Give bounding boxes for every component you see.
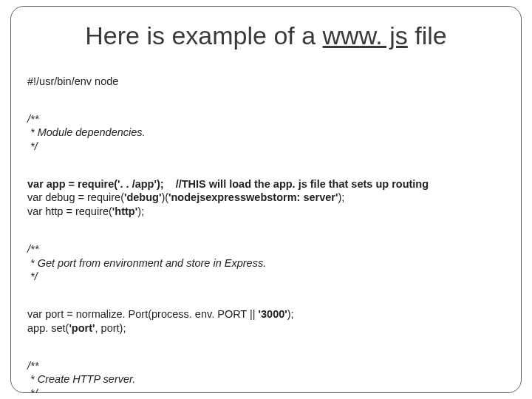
code-line: */ bbox=[27, 387, 38, 393]
title-post: file bbox=[408, 21, 447, 50]
blank-line bbox=[27, 284, 505, 294]
blank-line bbox=[27, 335, 505, 345]
title-link: www. js bbox=[323, 21, 408, 50]
code-line: #!/usr/bin/env node bbox=[27, 75, 118, 87]
code-line: * Create HTTP server. bbox=[27, 373, 135, 385]
code-line: var port = normalize. Port(process. env.… bbox=[27, 308, 294, 320]
code-line: /** bbox=[27, 243, 38, 255]
code-line: app. set('port', port); bbox=[27, 322, 126, 334]
slide: Here is example of a www. js file #!/usr… bbox=[0, 0, 532, 399]
slide-title: Here is example of a www. js file bbox=[27, 21, 505, 50]
title-pre: Here is example of a bbox=[85, 21, 322, 50]
blank-line bbox=[27, 88, 505, 98]
code-line: * Get port from environment and store in… bbox=[27, 257, 266, 269]
code-line: * Module dependencies. bbox=[27, 126, 146, 138]
code-line: */ bbox=[27, 140, 38, 152]
code-line: /** bbox=[27, 113, 38, 125]
code-line: var app = require('. . /app'); bbox=[27, 178, 164, 190]
blank-line bbox=[27, 153, 505, 163]
code-block: #!/usr/bin/env node /** * Module depende… bbox=[27, 61, 505, 393]
code-line: */ bbox=[27, 270, 38, 282]
code-line: var http = require('http'); bbox=[27, 205, 144, 217]
code-line: //THIS will load the app. js file that s… bbox=[164, 178, 429, 190]
blank-line bbox=[27, 218, 505, 228]
code-line: /** bbox=[27, 360, 38, 372]
slide-frame: Here is example of a www. js file #!/usr… bbox=[10, 6, 522, 393]
code-line: var debug = require('debug')('nodejsexpr… bbox=[27, 191, 344, 203]
